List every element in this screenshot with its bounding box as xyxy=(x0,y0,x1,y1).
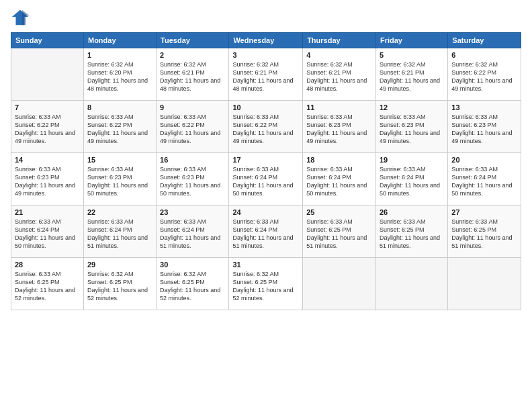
weekday-header-tuesday: Tuesday xyxy=(157,33,229,48)
day-info: Sunrise: 6:33 AMSunset: 6:24 PMDaylight:… xyxy=(15,218,80,250)
day-number: 3 xyxy=(232,51,299,59)
day-number: 13 xyxy=(451,103,517,111)
day-info: Sunrise: 6:33 AMSunset: 6:22 PMDaylight:… xyxy=(232,113,299,146)
day-number: 4 xyxy=(306,51,372,59)
day-info: Sunrise: 6:32 AMSunset: 6:21 PMDaylight:… xyxy=(380,60,444,93)
day-number: 28 xyxy=(15,261,80,269)
calendar-cell: 31Sunrise: 6:32 AMSunset: 6:25 PMDayligh… xyxy=(229,258,303,310)
weekday-header-friday: Friday xyxy=(375,33,447,48)
header xyxy=(11,8,521,27)
day-info: Sunrise: 6:33 AMSunset: 6:24 PMDaylight:… xyxy=(87,218,152,250)
day-info: Sunrise: 6:33 AMSunset: 6:23 PMDaylight:… xyxy=(380,113,444,146)
day-number: 8 xyxy=(87,103,152,111)
calendar-cell: 4Sunrise: 6:32 AMSunset: 6:21 PMDaylight… xyxy=(303,48,376,101)
weekday-header-wednesday: Wednesday xyxy=(229,33,303,48)
page: SundayMondayTuesdayWednesdayThursdayFrid… xyxy=(0,0,532,411)
calendar-table: SundayMondayTuesdayWednesdayThursdayFrid… xyxy=(11,32,521,310)
day-number: 23 xyxy=(160,208,225,216)
calendar-cell xyxy=(375,258,447,310)
calendar-cell: 15Sunrise: 6:33 AMSunset: 6:23 PMDayligh… xyxy=(83,153,156,205)
day-info: Sunrise: 6:33 AMSunset: 6:22 PMDaylight:… xyxy=(15,113,80,146)
day-info: Sunrise: 6:33 AMSunset: 6:22 PMDaylight:… xyxy=(160,113,225,146)
logo-icon xyxy=(11,8,30,27)
week-row-5: 28Sunrise: 6:33 AMSunset: 6:25 PMDayligh… xyxy=(11,258,521,310)
day-number: 17 xyxy=(232,156,299,164)
calendar-cell: 2Sunrise: 6:32 AMSunset: 6:21 PMDaylight… xyxy=(157,48,229,101)
calendar-cell: 18Sunrise: 6:33 AMSunset: 6:24 PMDayligh… xyxy=(303,153,376,205)
day-info: Sunrise: 6:33 AMSunset: 6:24 PMDaylight:… xyxy=(232,165,299,198)
day-number: 26 xyxy=(380,208,444,216)
day-number: 9 xyxy=(160,103,225,111)
week-row-1: 1Sunrise: 6:32 AMSunset: 6:20 PMDaylight… xyxy=(11,48,521,101)
day-info: Sunrise: 6:33 AMSunset: 6:22 PMDaylight:… xyxy=(87,113,152,146)
weekday-header-monday: Monday xyxy=(83,33,156,48)
svg-marker-0 xyxy=(12,10,28,25)
calendar-cell: 5Sunrise: 6:32 AMSunset: 6:21 PMDaylight… xyxy=(375,48,447,101)
calendar-cell: 13Sunrise: 6:33 AMSunset: 6:23 PMDayligh… xyxy=(448,101,521,153)
day-number: 14 xyxy=(15,156,80,164)
day-number: 25 xyxy=(306,208,372,216)
day-info: Sunrise: 6:32 AMSunset: 6:25 PMDaylight:… xyxy=(160,270,225,303)
calendar-cell: 23Sunrise: 6:33 AMSunset: 6:24 PMDayligh… xyxy=(157,205,229,258)
weekday-header-thursday: Thursday xyxy=(303,33,376,48)
calendar-cell: 12Sunrise: 6:33 AMSunset: 6:23 PMDayligh… xyxy=(375,101,447,153)
weekday-header-saturday: Saturday xyxy=(448,33,521,48)
day-number: 15 xyxy=(87,156,152,164)
day-number: 22 xyxy=(87,208,152,216)
calendar-cell: 27Sunrise: 6:33 AMSunset: 6:25 PMDayligh… xyxy=(448,205,521,258)
day-info: Sunrise: 6:33 AMSunset: 6:24 PMDaylight:… xyxy=(160,218,225,250)
day-info: Sunrise: 6:32 AMSunset: 6:21 PMDaylight:… xyxy=(306,60,372,93)
calendar-cell: 9Sunrise: 6:33 AMSunset: 6:22 PMDaylight… xyxy=(157,101,229,153)
calendar-cell: 3Sunrise: 6:32 AMSunset: 6:21 PMDaylight… xyxy=(229,48,303,101)
day-info: Sunrise: 6:33 AMSunset: 6:23 PMDaylight:… xyxy=(160,165,225,198)
day-number: 31 xyxy=(232,261,299,269)
weekday-header-row: SundayMondayTuesdayWednesdayThursdayFrid… xyxy=(11,33,521,48)
calendar-cell: 29Sunrise: 6:32 AMSunset: 6:25 PMDayligh… xyxy=(83,258,156,310)
calendar-cell: 26Sunrise: 6:33 AMSunset: 6:25 PMDayligh… xyxy=(375,205,447,258)
day-number: 6 xyxy=(451,51,517,59)
day-number: 29 xyxy=(87,261,152,269)
calendar-cell: 11Sunrise: 6:33 AMSunset: 6:23 PMDayligh… xyxy=(303,101,376,153)
calendar-cell: 7Sunrise: 6:33 AMSunset: 6:22 PMDaylight… xyxy=(11,101,84,153)
day-info: Sunrise: 6:33 AMSunset: 6:24 PMDaylight:… xyxy=(451,165,517,198)
day-info: Sunrise: 6:32 AMSunset: 6:21 PMDaylight:… xyxy=(160,60,225,93)
calendar-cell: 19Sunrise: 6:33 AMSunset: 6:24 PMDayligh… xyxy=(375,153,447,205)
day-info: Sunrise: 6:32 AMSunset: 6:20 PMDaylight:… xyxy=(87,60,152,93)
calendar-cell: 21Sunrise: 6:33 AMSunset: 6:24 PMDayligh… xyxy=(11,205,84,258)
day-number: 16 xyxy=(160,156,225,164)
day-info: Sunrise: 6:33 AMSunset: 6:24 PMDaylight:… xyxy=(380,165,444,198)
day-number: 19 xyxy=(380,156,444,164)
calendar-cell xyxy=(448,258,521,310)
day-info: Sunrise: 6:33 AMSunset: 6:23 PMDaylight:… xyxy=(15,165,80,198)
day-info: Sunrise: 6:32 AMSunset: 6:21 PMDaylight:… xyxy=(232,60,299,93)
day-number: 2 xyxy=(160,51,225,59)
week-row-4: 21Sunrise: 6:33 AMSunset: 6:24 PMDayligh… xyxy=(11,205,521,258)
week-row-2: 7Sunrise: 6:33 AMSunset: 6:22 PMDaylight… xyxy=(11,101,521,153)
day-info: Sunrise: 6:33 AMSunset: 6:24 PMDaylight:… xyxy=(232,218,299,250)
calendar-cell: 24Sunrise: 6:33 AMSunset: 6:24 PMDayligh… xyxy=(229,205,303,258)
calendar-cell: 8Sunrise: 6:33 AMSunset: 6:22 PMDaylight… xyxy=(83,101,156,153)
calendar-cell: 10Sunrise: 6:33 AMSunset: 6:22 PMDayligh… xyxy=(229,101,303,153)
day-number: 27 xyxy=(451,208,517,216)
calendar-cell xyxy=(303,258,376,310)
day-info: Sunrise: 6:33 AMSunset: 6:23 PMDaylight:… xyxy=(306,113,372,146)
day-number: 30 xyxy=(160,261,225,269)
weekday-header-sunday: Sunday xyxy=(11,33,84,48)
day-number: 18 xyxy=(306,156,372,164)
day-number: 10 xyxy=(232,103,299,111)
calendar-cell: 22Sunrise: 6:33 AMSunset: 6:24 PMDayligh… xyxy=(83,205,156,258)
svg-marker-1 xyxy=(22,10,30,25)
day-info: Sunrise: 6:32 AMSunset: 6:22 PMDaylight:… xyxy=(451,60,517,93)
day-number: 24 xyxy=(232,208,299,216)
day-info: Sunrise: 6:33 AMSunset: 6:23 PMDaylight:… xyxy=(87,165,152,198)
logo xyxy=(11,8,32,27)
day-number: 5 xyxy=(380,51,444,59)
day-number: 7 xyxy=(15,103,80,111)
calendar-cell: 25Sunrise: 6:33 AMSunset: 6:25 PMDayligh… xyxy=(303,205,376,258)
calendar-cell: 17Sunrise: 6:33 AMSunset: 6:24 PMDayligh… xyxy=(229,153,303,205)
calendar-cell: 28Sunrise: 6:33 AMSunset: 6:25 PMDayligh… xyxy=(11,258,84,310)
day-info: Sunrise: 6:33 AMSunset: 6:25 PMDaylight:… xyxy=(15,270,80,303)
day-number: 12 xyxy=(380,103,444,111)
calendar-cell: 16Sunrise: 6:33 AMSunset: 6:23 PMDayligh… xyxy=(157,153,229,205)
week-row-3: 14Sunrise: 6:33 AMSunset: 6:23 PMDayligh… xyxy=(11,153,521,205)
